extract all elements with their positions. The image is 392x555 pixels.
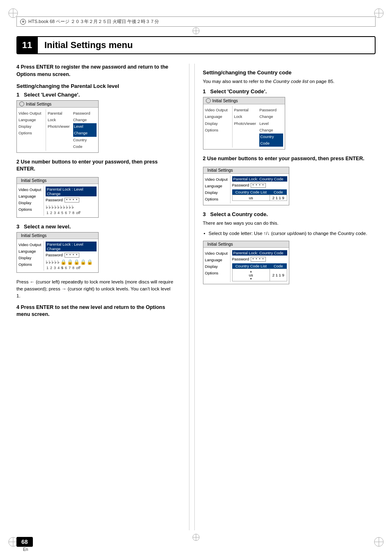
level-header-2: Parental Lock : Level Change <box>46 187 97 196</box>
main-content: 4 Press ENTER to register the new passwo… <box>16 64 376 530</box>
bottom-reg-mark <box>192 533 200 543</box>
country-screen1-nav: Video Output Language Display Options <box>203 106 232 147</box>
step1-text-right: Select 'Country Code'. <box>210 88 267 94</box>
step1-label-right: 1 Select 'Country Code'. <box>203 88 376 94</box>
country-code-section-heading: Setting/changing the Country code <box>203 69 376 76</box>
level-nav-3: Video Output Language Display Options <box>17 241 44 271</box>
password-row-3: Password * * * * <box>46 253 97 258</box>
country-nav-2: Video Output Language Display Options <box>203 175 230 204</box>
step3-body-right: There are two ways you can do this. <box>203 220 376 227</box>
screen1-submenu: Parental Lock PhotoViewer Password Chang… <box>46 109 98 151</box>
chapter-title-box: Initial Settings menu <box>38 36 376 54</box>
page-number: 68 <box>16 537 33 547</box>
corner-mark-br <box>373 536 385 548</box>
country-pwd-row-3: Password * * * * <box>232 257 287 262</box>
disc-icon-4 <box>206 98 211 103</box>
step3-label-right: 3 Select a Country code. <box>203 211 376 217</box>
country-table-3: Country Code List Code ▲ us ▼ 2 1 1 9 <box>232 263 287 281</box>
country-screen2-title: Initial Settings <box>203 167 289 174</box>
country-content-2: Parental Lock: Country Code Password * *… <box>230 175 289 204</box>
country-header-3: Parental Lock: Country Code <box>232 250 287 256</box>
level-numbers-2: 12345678off <box>46 211 97 215</box>
page-lang: En <box>23 547 28 552</box>
level-screen-2: Initial Settings Video Output Language D… <box>16 177 99 218</box>
chapter-header: 11 Initial Settings menu <box>16 36 376 54</box>
level-screen2-title: Initial Settings <box>17 177 98 184</box>
country-header-2: Parental Lock: Country Code <box>232 176 287 182</box>
country-screen-1: Initial Settings Video Output Language D… <box>203 97 285 150</box>
step1-text-left: Select 'Level Change'. <box>24 92 80 98</box>
italic-intro: Country code list <box>273 79 308 84</box>
top-bar: ⊕ HTS.book 68 ページ ２０３年２月２５日 火曜日 午後２時３７分 <box>16 16 376 27</box>
top-bar-text: HTS.book 68 ページ ２０３年２月２５日 火曜日 午後２時３７分 <box>28 18 159 25</box>
step4b-heading: 4 Press ENTER to set the new level and r… <box>16 304 176 318</box>
disc-icon-1 <box>19 101 24 106</box>
level-screen3-title: Initial Settings <box>17 233 98 239</box>
step3-text-left: Select a new level. <box>24 223 71 230</box>
top-center-reg-mark <box>192 27 200 36</box>
reg-mark: ⊕ <box>20 19 26 25</box>
screen1-title: Initial Settings <box>17 101 98 108</box>
step2-heading-left: 2 Use number buttons to enter your passw… <box>16 159 176 173</box>
body-text-left: Press ← (cursor left) repeatedly to lock… <box>16 279 176 300</box>
level-screen3-body: Video Output Language Display Options Pa… <box>17 239 98 272</box>
country-screen1-submenu: Parental Lock PhotoViewer Password Chang… <box>232 106 285 147</box>
level-content-2: Parental Lock : Level Change Password * … <box>44 186 98 216</box>
intro-text-right: You may also want to refer to the Countr… <box>203 78 376 85</box>
level-icons-3: ♭♭♭♭♭ 🔒🔒🔒🔒🔒 <box>46 259 97 265</box>
step1-label-left: 1 Select 'Level Change'. <box>16 92 176 98</box>
level-header-3: Parental Lock : Level Change <box>46 242 97 251</box>
level-icons-2: ♭♭♭♭♭♭♭♭♭♭ <box>46 204 97 210</box>
step4-intro-heading: 4 Press ENTER to register the new passwo… <box>16 64 176 78</box>
country-table-2: Country Code List Code us 2 1 1 9 <box>232 189 287 201</box>
country-content-3: Parental Lock: Country Code Password * *… <box>230 249 289 282</box>
level-screen2-body: Video Output Language Display Options Pa… <box>17 184 98 217</box>
step3-label-left: 3 Select a new level. <box>16 223 176 230</box>
step3-text-right: Select a Country code. <box>210 211 268 217</box>
level-numbers-3: 12345678off <box>46 266 97 270</box>
country-screen3-title: Initial Settings <box>203 241 289 248</box>
bullet1-text: Select by code letter: Use ↑/↓ (cursor u… <box>203 230 376 237</box>
chapter-number: 11 <box>16 36 38 54</box>
country-screen2-body: Video Output Language Display Options Pa… <box>203 174 289 205</box>
screen1-body: Video Output Language Display Options Pa… <box>17 108 98 152</box>
left-column: 4 Press ENTER to register the new passwo… <box>16 64 184 530</box>
country-screen-3: Initial Settings Video Output Language D… <box>203 241 289 284</box>
settings-screen-1: Initial Settings Video Output Language D… <box>16 100 99 153</box>
parental-lock-section-heading: Setting/changing the Parental Lock level <box>16 83 176 89</box>
chapter-title: Initial Settings menu <box>44 40 133 51</box>
country-screen3-body: Video Output Language Display Options Pa… <box>203 248 289 284</box>
password-row-2: Password * * * * <box>46 198 97 203</box>
country-nav-3: Video Output Language Display Options <box>203 249 230 282</box>
screen1-nav: Video Output Language Display Options <box>17 109 46 151</box>
country-screen1-title: Initial Settings <box>203 97 285 104</box>
country-screen1-body: Video Output Language Display Options Pa… <box>203 104 285 149</box>
col-divider <box>189 64 189 530</box>
level-screen-3: Initial Settings Video Output Language D… <box>16 232 99 273</box>
level-content-3: Parental Lock : Level Change Password * … <box>44 241 98 271</box>
country-pwd-row-2: Password * * * * <box>232 183 287 188</box>
right-column: Setting/changing the Country code You ma… <box>194 64 376 530</box>
level-nav-2: Video Output Language Display Options <box>17 186 44 216</box>
step2-heading-right: 2 Use number buttons to enter your passw… <box>203 155 376 163</box>
country-screen-2: Initial Settings Video Output Language D… <box>203 167 289 206</box>
